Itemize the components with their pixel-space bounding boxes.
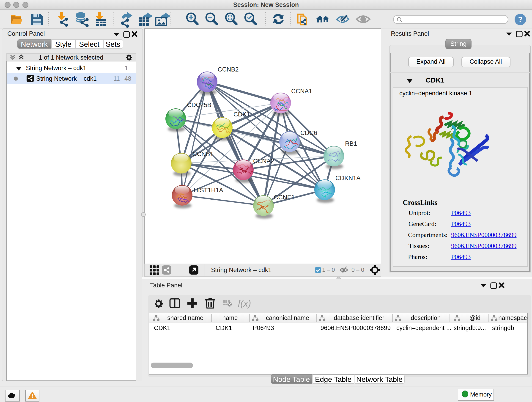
svg-text:RB1: RB1 [345,140,357,147]
svg-text:0 – 0: 0 – 0 [351,266,364,273]
svg-text:String Network – cdk1: String Network – cdk1 [211,266,271,273]
svg-text:CCNA1: CCNA1 [291,88,312,95]
svg-text:CDKN1A: CDKN1A [335,175,360,182]
svg-text:CDK1: CDK1 [233,111,250,118]
svg-text:1 – 0: 1 – 0 [322,266,335,273]
svg-text:CDC6: CDC6 [300,129,317,136]
svg-text:CCNB2: CCNB2 [217,66,239,73]
svg-text:CCNB1: CCNB1 [192,151,213,157]
svg-text:CCNE1: CCNE1 [273,194,295,201]
svg-text:CCNA2: CCNA2 [253,158,274,165]
svg-text:?: ? [518,15,523,23]
svg-text:HIST1H1A: HIST1H1A [193,187,223,194]
svg-text:CDC25B: CDC25B [187,102,211,108]
svg-text:f(x): f(x) [238,298,251,308]
